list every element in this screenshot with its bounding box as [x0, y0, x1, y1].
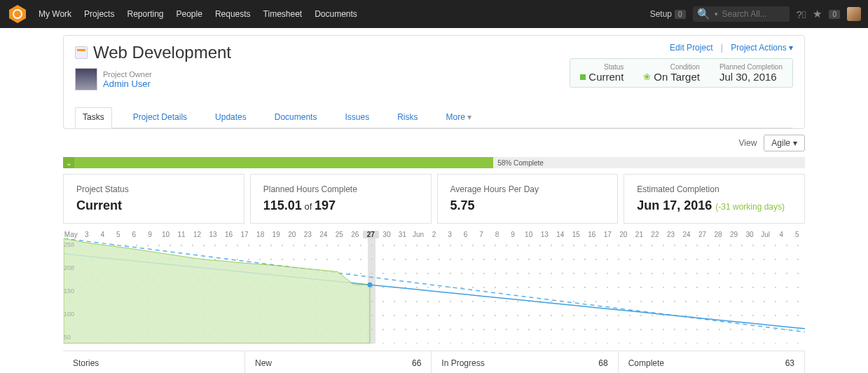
date-tick: 3	[79, 231, 95, 238]
metric-card: Project StatusCurrent	[63, 174, 244, 224]
topbar-right: Setup 0 🔍 ▾ ?⃝ ★ 0	[650, 6, 861, 22]
separator: |	[721, 43, 723, 53]
story-status-cell[interactable]: New66	[245, 351, 432, 373]
story-status-cell[interactable]: In Progress68	[432, 351, 618, 373]
star-badge: 0	[829, 10, 840, 19]
date-tick: 20	[616, 231, 632, 238]
topbar: My WorkProjectsReportingPeopleRequestsTi…	[0, 0, 868, 28]
owner-label: Project Owner	[103, 70, 152, 79]
date-tick: 4	[95, 231, 111, 238]
global-search[interactable]: 🔍 ▾	[693, 6, 790, 22]
date-tick: 23	[663, 231, 679, 238]
progress-expand-icon[interactable]: ⌄	[63, 157, 74, 168]
planned-completion-label: Planned Completion	[719, 63, 783, 71]
metric-label: Average Hours Per Day	[450, 184, 605, 194]
project-tabs: TasksProject DetailsUpdatesDocumentsIssu…	[75, 107, 793, 128]
metric-label: Estimated Completion	[637, 184, 792, 194]
date-tick: 24	[679, 231, 695, 238]
user-avatar[interactable]	[847, 7, 861, 21]
condition-value: On Target	[654, 71, 700, 83]
date-tick: 11	[174, 231, 190, 238]
status-label: Status	[580, 63, 624, 71]
date-tick: 19	[268, 231, 284, 238]
owner-name-link[interactable]: Admin User	[103, 79, 152, 89]
app-logo[interactable]	[7, 4, 28, 25]
date-tick: 20	[284, 231, 300, 238]
nav-my-work[interactable]: My Work	[39, 9, 71, 19]
leaf-icon: ❀	[643, 72, 651, 82]
tab-documents[interactable]: Documents	[268, 108, 324, 128]
nav-documents[interactable]: Documents	[315, 9, 357, 19]
date-tick: 16	[584, 231, 600, 238]
date-tick: 6	[457, 231, 474, 238]
status-indicator-icon	[580, 74, 586, 80]
owner-block: Project Owner Admin User	[75, 68, 231, 90]
date-tick: Jun	[411, 231, 427, 238]
search-icon: 🔍	[697, 8, 710, 20]
tab-risks[interactable]: Risks	[390, 108, 425, 128]
date-tick: 31	[394, 231, 411, 238]
svg-point-3	[367, 283, 372, 287]
tab-issues[interactable]: Issues	[338, 108, 376, 128]
chart-y-axis: 25820815010050	[64, 238, 83, 344]
agile-view-button[interactable]: Agile▾	[764, 135, 805, 151]
progress-bar: ⌄ 58% Complete	[63, 157, 805, 168]
owner-avatar[interactable]	[75, 68, 97, 90]
date-tick: 6	[126, 231, 142, 238]
search-input[interactable]	[722, 9, 785, 19]
project-card: Web Development Project Owner Admin User…	[63, 35, 805, 129]
date-tick: 9	[505, 231, 521, 238]
date-tick: 18	[252, 231, 268, 238]
nav-people[interactable]: People	[177, 9, 202, 19]
svg-point-2	[14, 11, 21, 18]
metric-card: Planned Hours Complete115.01 of 197	[250, 174, 432, 224]
date-tick: 22	[647, 231, 663, 238]
status-value: Current	[588, 71, 624, 83]
setup-badge: 0	[675, 10, 686, 19]
date-tick: 23	[300, 231, 316, 238]
help-icon[interactable]: ?⃝	[797, 8, 806, 20]
date-tick: 16	[221, 231, 237, 238]
project-icon	[75, 46, 88, 59]
chart-body: 25820815010050	[63, 238, 805, 344]
project-title: Web Development	[93, 43, 231, 62]
status-summary-box: Status Current Condition ❀On Target Plan…	[570, 58, 793, 88]
date-tick: 28	[710, 231, 726, 238]
date-tick: 29	[726, 231, 742, 238]
date-tick: 13	[205, 231, 221, 238]
view-row: View Agile▾	[63, 129, 805, 157]
metrics-row: Project StatusCurrentPlanned Hours Compl…	[63, 174, 805, 224]
nav-reporting[interactable]: Reporting	[127, 9, 163, 19]
nav-timesheet[interactable]: Timesheet	[263, 9, 303, 19]
metric-value: 5.75	[450, 198, 605, 213]
edit-project-link[interactable]: Edit Project	[670, 43, 712, 53]
star-icon[interactable]: ★	[813, 8, 822, 20]
tab-more[interactable]: More	[439, 108, 479, 128]
setup-link[interactable]: Setup 0	[650, 9, 686, 19]
story-status-cell[interactable]: Complete63	[619, 351, 805, 373]
date-tick: 10	[158, 231, 174, 238]
date-tick: May	[63, 231, 79, 238]
tab-updates[interactable]: Updates	[208, 108, 254, 128]
date-tick: 26	[347, 231, 364, 238]
tab-project-details[interactable]: Project Details	[126, 108, 194, 128]
date-tick: 13	[537, 231, 553, 238]
chart-x-axis: May3456910111213161718192023242526273031…	[63, 231, 805, 238]
date-tick: 17	[600, 231, 616, 238]
metric-label: Project Status	[76, 184, 231, 194]
page-content: Web Development Project Owner Admin User…	[0, 28, 868, 373]
date-tick: 27	[694, 231, 710, 238]
tab-tasks[interactable]: Tasks	[75, 107, 112, 128]
story-summary-row: StoriesNew66In Progress68Complete63	[63, 351, 805, 373]
nav-requests[interactable]: Requests	[215, 9, 251, 19]
date-tick: 30	[379, 231, 395, 238]
nav-projects[interactable]: Projects	[84, 9, 114, 19]
date-tick: 15	[568, 231, 584, 238]
condition-label: Condition	[643, 63, 700, 71]
date-tick: 21	[631, 231, 647, 238]
date-tick: 7	[474, 231, 490, 238]
planned-completion-value: Jul 30, 2016	[719, 71, 777, 83]
metric-label: Planned Hours Complete	[263, 184, 418, 194]
date-tick: 17	[237, 231, 253, 238]
project-actions-menu[interactable]: Project Actions ▾	[731, 43, 793, 53]
